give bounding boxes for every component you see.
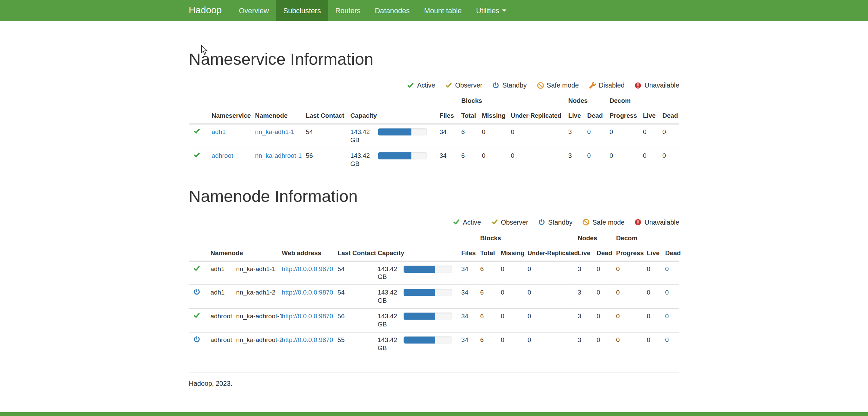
decom-progress-cell: 0 xyxy=(612,309,642,333)
decom-dead-cell: 0 xyxy=(661,332,679,356)
web-address-link[interactable]: http://0.0.0.0:9870 xyxy=(282,289,333,296)
capacity-progress-fill xyxy=(404,265,435,272)
exclamation-icon xyxy=(634,82,642,89)
decom-live-cell: 0 xyxy=(642,285,661,309)
decom-dead-cell: 0 xyxy=(661,285,679,309)
under-replicated-cell: 0 xyxy=(523,309,573,333)
status-cell xyxy=(189,261,206,285)
blocks-missing-cell: 0 xyxy=(477,148,506,171)
legend-item-active: Active xyxy=(407,81,435,89)
group-header-decom: Decom xyxy=(612,230,679,245)
mouse-cursor xyxy=(201,45,208,55)
decom-live-cell: 0 xyxy=(642,261,661,285)
active-check-icon xyxy=(193,312,200,319)
decom-live-cell: 0 xyxy=(642,309,661,333)
bottom-bar xyxy=(0,412,868,416)
col-decom-progress: Progress xyxy=(612,245,642,261)
nodes-live-cell: 3 xyxy=(573,285,592,309)
active-check-icon xyxy=(193,265,200,272)
namenode-row: adhroot nn_ka-adhroot-1 http://0.0.0.0:9… xyxy=(189,309,679,333)
blocks-total-cell: 6 xyxy=(457,124,478,148)
namenode-table: Blocks Nodes Decom Namenode Web address … xyxy=(189,230,679,356)
blocks-missing-cell: 0 xyxy=(496,309,523,333)
namenode-link[interactable]: nn_ka-adh1-1 xyxy=(255,128,294,135)
col-decom-dead: Dead xyxy=(658,109,679,124)
nav-item-routers[interactable]: Routers xyxy=(328,0,368,21)
web-address-cell: http://0.0.0.0:9870 xyxy=(277,285,333,309)
nav-item-utilities[interactable]: Utilities xyxy=(469,0,514,21)
col-decom-live: Live xyxy=(639,109,658,124)
nodes-dead-cell: 0 xyxy=(592,332,612,356)
nameservice-link[interactable]: adhroot xyxy=(211,152,233,159)
capacity-progress-bar xyxy=(404,337,453,344)
capacity-progress-bar xyxy=(404,265,453,272)
namenode-cell: nn_ka-adh1-1 xyxy=(251,124,301,148)
decom-dead-cell: 0 xyxy=(658,148,679,171)
nav-item-datanodes[interactable]: Datanodes xyxy=(368,0,417,21)
capacity-cell: 143.42 GB xyxy=(373,309,457,333)
nodes-dead-cell: 0 xyxy=(583,124,605,148)
legend-item-safe-mode: Safe mode xyxy=(583,219,625,226)
group-header-row: Blocks Nodes Decom xyxy=(189,94,679,109)
power-icon xyxy=(492,82,499,89)
nav-item-mount-table[interactable]: Mount table xyxy=(417,0,469,21)
nameservice-cell: adhroot xyxy=(206,332,232,356)
nav-item-overview[interactable]: Overview xyxy=(232,0,276,21)
files-cell: 34 xyxy=(457,285,476,309)
col-last-contact: Last Contact xyxy=(301,109,346,124)
namenode-row: adhroot nn_ka-adhroot-2 http://0.0.0.0:9… xyxy=(189,332,679,356)
col-blocks-total: Total xyxy=(476,245,497,261)
blocks-total-cell: 6 xyxy=(476,261,497,285)
web-address-link[interactable]: http://0.0.0.0:9870 xyxy=(282,265,333,272)
legend-label: Observer xyxy=(455,81,482,89)
nav-item-subclusters[interactable]: Subclusters xyxy=(276,0,328,21)
col-under-replicated: Under-Replicated xyxy=(506,109,564,124)
capacity-text: 143.42 GB xyxy=(350,151,375,168)
namenode-id-cell: nn_ka-adhroot-2 xyxy=(232,332,277,356)
group-header-spacer xyxy=(189,94,457,109)
nodes-live-cell: 3 xyxy=(573,309,592,333)
namenode-cell: nn_ka-adhroot-1 xyxy=(251,148,301,171)
col-blocks-total: Total xyxy=(457,109,478,124)
nameservice-table: Blocks Nodes Decom Nameservice Namenode … xyxy=(189,94,679,171)
last-contact-cell: 56 xyxy=(301,148,346,171)
under-replicated-cell: 0 xyxy=(523,332,573,356)
blocks-total-cell: 6 xyxy=(476,285,497,309)
nameservice-legend: Active Observer Standby Safe mode Disabl… xyxy=(189,81,679,89)
capacity-progress-fill xyxy=(378,152,411,159)
files-cell: 34 xyxy=(435,148,457,171)
web-address-link[interactable]: http://0.0.0.0:9870 xyxy=(282,313,333,320)
wrench-icon xyxy=(589,82,596,89)
nodes-dead-cell: 0 xyxy=(592,261,612,285)
brand-link[interactable]: Hadoop xyxy=(189,0,232,21)
legend-item-unavailable: Unavailable xyxy=(634,219,679,226)
status-cell xyxy=(189,148,207,171)
namenode-link[interactable]: nn_ka-adhroot-1 xyxy=(255,152,302,159)
nameservice-section-title: Nameservice Information xyxy=(189,50,679,68)
power-icon xyxy=(538,219,545,226)
nameservice-cell: adh1 xyxy=(206,285,232,309)
namenode-id-cell: nn_ka-adhroot-1 xyxy=(232,309,277,333)
nameservice-row: adhroot nn_ka-adhroot-1 56 143.42 GB 34 … xyxy=(189,148,679,171)
legend-item-disabled: Disabled xyxy=(589,81,625,89)
col-namenode: Namenode xyxy=(251,109,301,124)
group-header-blocks: Blocks xyxy=(457,94,564,109)
web-address-link[interactable]: http://0.0.0.0:9870 xyxy=(282,337,333,343)
capacity-cell: 143.42 GB xyxy=(373,332,457,356)
capacity-cell: 143.42 GB xyxy=(373,261,457,285)
capacity-text: 143.42 GB xyxy=(377,288,400,305)
nodes-live-cell: 3 xyxy=(564,124,583,148)
col-nodes-dead: Dead xyxy=(592,245,612,261)
legend-label: Disabled xyxy=(599,81,625,89)
last-contact-cell: 54 xyxy=(301,124,346,148)
nameservice-link[interactable]: adh1 xyxy=(211,128,226,135)
last-contact-cell: 56 xyxy=(333,309,373,333)
group-header-nodes: Nodes xyxy=(573,230,612,245)
status-cell xyxy=(189,309,206,333)
blocks-total-cell: 6 xyxy=(476,332,497,356)
capacity-progress-bar xyxy=(404,313,453,320)
decom-progress-cell: 0 xyxy=(612,285,642,309)
navbar-inner: Hadoop Overview Subclusters Routers Data… xyxy=(189,0,679,21)
capacity-progress-fill xyxy=(404,313,435,320)
col-namenode: Namenode xyxy=(206,245,232,261)
